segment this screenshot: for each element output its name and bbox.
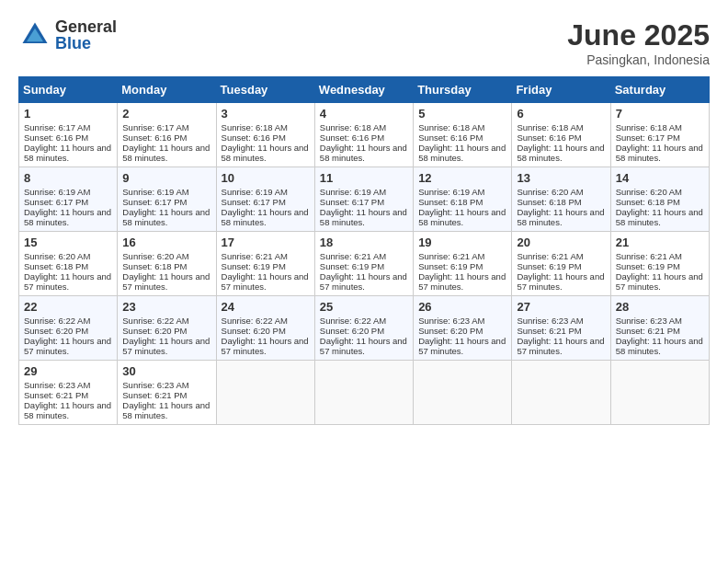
day-number: 5 [418, 107, 506, 121]
sunrise-label: Sunrise: 6:17 AM [24, 122, 90, 132]
day-number: 2 [122, 107, 210, 121]
table-row: 3 Sunrise: 6:18 AM Sunset: 6:16 PM Dayli… [216, 103, 314, 167]
table-row: 28 Sunrise: 6:23 AM Sunset: 6:21 PM Dayl… [610, 296, 709, 361]
day-number: 30 [122, 364, 210, 378]
sunrise-label: Sunrise: 6:20 AM [24, 251, 90, 261]
sunset-label: Sunset: 6:18 PM [517, 197, 581, 207]
daylight-label: Daylight: 11 hours and 57 minutes. [122, 271, 210, 292]
sunset-label: Sunset: 6:17 PM [122, 197, 187, 207]
day-number: 3 [222, 107, 310, 121]
logo: General Blue [18, 18, 117, 52]
table-row: 11 Sunrise: 6:19 AM Sunset: 6:17 PM Dayl… [314, 167, 413, 232]
daylight-label: Daylight: 11 hours and 57 minutes. [418, 271, 506, 292]
table-row: 17 Sunrise: 6:21 AM Sunset: 6:19 PM Dayl… [216, 232, 314, 296]
table-row: 27 Sunrise: 6:23 AM Sunset: 6:21 PM Dayl… [512, 296, 610, 361]
logo-text: General Blue [55, 18, 117, 52]
calendar: Sunday Monday Tuesday Wednesday Thursday… [18, 76, 710, 425]
sunset-label: Sunset: 6:20 PM [222, 326, 286, 336]
sunrise-label: Sunrise: 6:17 AM [122, 122, 188, 132]
daylight-label: Daylight: 11 hours and 57 minutes. [320, 271, 407, 292]
sunrise-label: Sunrise: 6:23 AM [616, 316, 682, 326]
sunrise-label: Sunrise: 6:23 AM [418, 316, 484, 326]
sunrise-label: Sunrise: 6:22 AM [24, 316, 90, 326]
day-number: 20 [517, 236, 605, 249]
sunset-label: Sunset: 6:16 PM [517, 132, 581, 143]
sunrise-label: Sunrise: 6:18 AM [616, 122, 682, 132]
sunrise-label: Sunrise: 6:20 AM [517, 187, 583, 197]
daylight-label: Daylight: 11 hours and 58 minutes. [122, 143, 210, 163]
day-number: 11 [320, 171, 408, 185]
daylight-label: Daylight: 11 hours and 57 minutes. [24, 336, 111, 356]
daylight-label: Daylight: 11 hours and 58 minutes. [122, 400, 210, 420]
col-friday: Friday [512, 77, 610, 103]
sunrise-label: Sunrise: 6:18 AM [222, 122, 288, 132]
col-monday: Monday [118, 77, 216, 103]
sunrise-label: Sunrise: 6:19 AM [24, 187, 90, 197]
daylight-label: Daylight: 11 hours and 58 minutes. [24, 143, 111, 163]
sunset-label: Sunset: 6:21 PM [517, 326, 581, 336]
day-number: 10 [222, 171, 310, 185]
table-row: 23 Sunrise: 6:22 AM Sunset: 6:20 PM Dayl… [118, 296, 216, 361]
sunrise-label: Sunrise: 6:19 AM [418, 187, 484, 197]
title-area: June 2025 Pasingkan, Indonesia [567, 18, 710, 67]
table-row: 19 Sunrise: 6:21 AM Sunset: 6:19 PM Dayl… [414, 232, 512, 296]
table-row: 16 Sunrise: 6:20 AM Sunset: 6:18 PM Dayl… [118, 232, 216, 296]
sunset-label: Sunset: 6:17 PM [320, 197, 384, 207]
sunrise-label: Sunrise: 6:21 AM [222, 251, 288, 261]
table-row: 14 Sunrise: 6:20 AM Sunset: 6:18 PM Dayl… [610, 167, 709, 232]
day-number: 27 [517, 300, 605, 314]
sunrise-label: Sunrise: 6:23 AM [24, 380, 90, 390]
table-row: 24 Sunrise: 6:22 AM Sunset: 6:20 PM Dayl… [216, 296, 314, 361]
table-row: 15 Sunrise: 6:20 AM Sunset: 6:18 PM Dayl… [19, 232, 118, 296]
sunrise-label: Sunrise: 6:22 AM [222, 316, 288, 326]
logo-general: General [55, 18, 117, 35]
day-number: 15 [24, 236, 112, 249]
table-row: 29 Sunrise: 6:23 AM Sunset: 6:21 PM Dayl… [19, 361, 118, 425]
sunset-label: Sunset: 6:19 PM [222, 261, 286, 271]
daylight-label: Daylight: 11 hours and 58 minutes. [122, 207, 210, 227]
daylight-label: Daylight: 11 hours and 58 minutes. [616, 207, 703, 227]
day-number: 29 [24, 364, 112, 378]
day-number: 25 [320, 300, 408, 314]
table-row: 7 Sunrise: 6:18 AM Sunset: 6:17 PM Dayli… [610, 103, 709, 167]
day-number: 28 [616, 300, 704, 314]
table-row: 12 Sunrise: 6:19 AM Sunset: 6:18 PM Dayl… [414, 167, 512, 232]
daylight-label: Daylight: 11 hours and 57 minutes. [24, 271, 111, 292]
daylight-label: Daylight: 11 hours and 57 minutes. [320, 336, 407, 356]
table-row: 5 Sunrise: 6:18 AM Sunset: 6:16 PM Dayli… [414, 103, 512, 167]
sunset-label: Sunset: 6:19 PM [616, 261, 680, 271]
day-number: 16 [122, 236, 210, 249]
sunset-label: Sunset: 6:19 PM [320, 261, 384, 271]
location: Pasingkan, Indonesia [567, 52, 710, 67]
day-number: 26 [418, 300, 506, 314]
col-sunday: Sunday [19, 77, 118, 103]
sunset-label: Sunset: 6:16 PM [222, 132, 286, 143]
table-row: 22 Sunrise: 6:22 AM Sunset: 6:20 PM Dayl… [19, 296, 118, 361]
sunrise-label: Sunrise: 6:23 AM [122, 380, 188, 390]
sunset-label: Sunset: 6:20 PM [24, 326, 88, 336]
daylight-label: Daylight: 11 hours and 57 minutes. [517, 336, 604, 356]
table-row: 30 Sunrise: 6:23 AM Sunset: 6:21 PM Dayl… [118, 361, 216, 425]
sunrise-label: Sunrise: 6:19 AM [222, 187, 288, 197]
day-number: 4 [320, 107, 408, 121]
daylight-label: Daylight: 11 hours and 58 minutes. [222, 207, 309, 227]
table-row [216, 361, 314, 425]
table-row: 9 Sunrise: 6:19 AM Sunset: 6:17 PM Dayli… [118, 167, 216, 232]
sunset-label: Sunset: 6:19 PM [418, 261, 483, 271]
table-row [512, 361, 610, 425]
col-wednesday: Wednesday [314, 77, 413, 103]
sunrise-label: Sunrise: 6:22 AM [122, 316, 188, 326]
day-number: 9 [122, 171, 210, 185]
table-row: 26 Sunrise: 6:23 AM Sunset: 6:20 PM Dayl… [414, 296, 512, 361]
day-number: 7 [616, 107, 704, 121]
daylight-label: Daylight: 11 hours and 58 minutes. [616, 336, 703, 356]
sunrise-label: Sunrise: 6:21 AM [517, 251, 583, 261]
table-row: 10 Sunrise: 6:19 AM Sunset: 6:17 PM Dayl… [216, 167, 314, 232]
sunset-label: Sunset: 6:18 PM [24, 261, 88, 271]
sunrise-label: Sunrise: 6:18 AM [418, 122, 484, 132]
daylight-label: Daylight: 11 hours and 58 minutes. [222, 143, 309, 163]
sunrise-label: Sunrise: 6:19 AM [320, 187, 386, 197]
table-row: 8 Sunrise: 6:19 AM Sunset: 6:17 PM Dayli… [19, 167, 118, 232]
sunrise-label: Sunrise: 6:21 AM [418, 251, 484, 261]
logo-icon [18, 18, 51, 52]
